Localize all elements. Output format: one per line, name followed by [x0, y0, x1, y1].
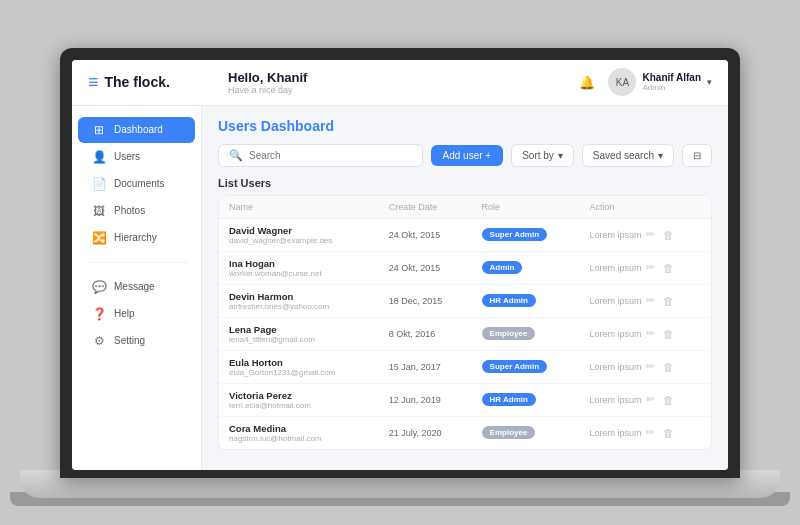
- filter-button[interactable]: ⊟: [682, 144, 712, 167]
- list-label: List Users: [218, 177, 712, 189]
- search-box[interactable]: 🔍: [218, 144, 423, 167]
- delete-icon-1[interactable]: 🗑: [663, 262, 674, 274]
- sort-by-button[interactable]: Sort by ▾: [511, 144, 574, 167]
- cell-name-0: David Wagner david_wagner@example.des: [219, 218, 379, 251]
- hierarchy-icon: 🔀: [92, 231, 106, 245]
- cell-name-6: Cora Medina hagstrm.luc@hotmail.com: [219, 416, 379, 449]
- documents-icon: 📄: [92, 177, 106, 191]
- sidebar-label-dashboard: Dashboard: [114, 124, 163, 135]
- users-table: Name Create Date Role Action David Wagne…: [218, 195, 712, 450]
- sort-chevron-icon: ▾: [558, 150, 563, 161]
- cell-action-0: Lorem ipsum ✏ 🗑: [580, 218, 711, 251]
- delete-icon-3[interactable]: 🗑: [663, 328, 674, 340]
- lorem-text-5: Lorem ipsum: [590, 395, 642, 405]
- role-badge-4: Super Admin: [482, 360, 547, 373]
- edit-icon-4[interactable]: ✏: [646, 360, 655, 373]
- user-date-0: 24 Okt, 2015: [389, 230, 441, 240]
- cell-role-4: Super Admin: [472, 350, 580, 383]
- lorem-text-2: Lorem ipsum: [590, 296, 642, 306]
- user-avatar-area[interactable]: KA Khanif Alfan Admin ▾: [608, 68, 712, 96]
- cell-action-3: Lorem ipsum ✏ 🗑: [580, 317, 711, 350]
- cell-name-1: Ina Hogan worker.woman@curse.net: [219, 251, 379, 284]
- sidebar-item-message[interactable]: 💬 Message: [78, 274, 195, 300]
- cell-name-2: Devin Harmon airfresher.ones@yahoo.com: [219, 284, 379, 317]
- user-name-4: Eula Horton: [229, 357, 369, 368]
- action-icons-1: ✏ 🗑: [646, 261, 674, 274]
- action-icons-5: ✏ 🗑: [646, 393, 674, 406]
- edit-icon-0[interactable]: ✏: [646, 228, 655, 241]
- add-user-button[interactable]: Add user +: [431, 145, 504, 166]
- sort-label: Sort by: [522, 150, 554, 161]
- action-icons-0: ✏ 🗑: [646, 228, 674, 241]
- col-action: Action: [580, 196, 711, 219]
- delete-icon-4[interactable]: 🗑: [663, 361, 674, 373]
- header-greeting: Hello, Khanif Have a nice day: [208, 70, 576, 95]
- cell-role-1: Admin: [472, 251, 580, 284]
- sidebar-item-setting[interactable]: ⚙ Setting: [78, 328, 195, 354]
- sidebar-item-dashboard[interactable]: ⊞ Dashboard: [78, 117, 195, 143]
- sidebar-item-photos[interactable]: 🖼 Photos: [78, 198, 195, 224]
- edit-icon-5[interactable]: ✏: [646, 393, 655, 406]
- user-date-5: 12 Jun, 2019: [389, 395, 441, 405]
- notification-icon[interactable]: 🔔: [576, 71, 598, 93]
- cell-role-0: Super Admin: [472, 218, 580, 251]
- col-date: Create Date: [379, 196, 472, 219]
- delete-icon-6[interactable]: 🗑: [663, 427, 674, 439]
- edit-icon-1[interactable]: ✏: [646, 261, 655, 274]
- table-row: Ina Hogan worker.woman@curse.net 24 Okt,…: [219, 251, 711, 284]
- cell-action-5: Lorem ipsum ✏ 🗑: [580, 383, 711, 416]
- user-name-0: David Wagner: [229, 225, 369, 236]
- user-date-6: 21 July, 2020: [389, 428, 442, 438]
- lorem-text-3: Lorem ipsum: [590, 329, 642, 339]
- main-area: ⊞ Dashboard 👤 Users 📄 Documents: [72, 106, 728, 470]
- user-email-2: airfresher.ones@yahoo.com: [229, 302, 369, 311]
- message-icon: 💬: [92, 280, 106, 294]
- app-header: ≡ The flock. Hello, Khanif Have a nice d…: [72, 60, 728, 106]
- user-email-4: eula_Gorton1231@gmail.com: [229, 368, 369, 377]
- greeting-sub: Have a nice day: [228, 85, 576, 95]
- avatar: KA: [608, 68, 636, 96]
- user-date-4: 15 Jan, 2017: [389, 362, 441, 372]
- table-row: Lena Page lena4_tiffen@gmail.com 8 Okt, …: [219, 317, 711, 350]
- table-row: Eula Horton eula_Gorton1231@gmail.com 15…: [219, 350, 711, 383]
- delete-icon-5[interactable]: 🗑: [663, 394, 674, 406]
- edit-icon-6[interactable]: ✏: [646, 426, 655, 439]
- user-email-6: hagstrm.luc@hotmail.com: [229, 434, 369, 443]
- user-email-3: lena4_tiffen@gmail.com: [229, 335, 369, 344]
- sidebar-item-documents[interactable]: 📄 Documents: [78, 171, 195, 197]
- table-row: David Wagner david_wagner@example.des 24…: [219, 218, 711, 251]
- sidebar-main-section: ⊞ Dashboard 👤 Users 📄 Documents: [72, 114, 201, 254]
- cell-name-4: Eula Horton eula_Gorton1231@gmail.com: [219, 350, 379, 383]
- cell-role-3: Employee: [472, 317, 580, 350]
- avatar-info: Khanif Alfan Admin: [642, 72, 701, 92]
- sidebar-item-hierarchy[interactable]: 🔀 Hierarchy: [78, 225, 195, 251]
- lorem-text-4: Lorem ipsum: [590, 362, 642, 372]
- toolbar: 🔍 Add user + Sort by ▾ Saved search ▾: [218, 144, 712, 167]
- sidebar-label-setting: Setting: [114, 335, 145, 346]
- users-icon: 👤: [92, 150, 106, 164]
- cell-action-4: Lorem ipsum ✏ 🗑: [580, 350, 711, 383]
- sidebar-label-message: Message: [114, 281, 155, 292]
- saved-search-label: Saved search: [593, 150, 654, 161]
- edit-icon-3[interactable]: ✏: [646, 327, 655, 340]
- edit-icon-2[interactable]: ✏: [646, 294, 655, 307]
- sidebar-item-help[interactable]: ❓ Help: [78, 301, 195, 327]
- delete-icon-2[interactable]: 🗑: [663, 295, 674, 307]
- saved-search-button[interactable]: Saved search ▾: [582, 144, 674, 167]
- search-input[interactable]: [249, 150, 412, 161]
- action-icons-2: ✏ 🗑: [646, 294, 674, 307]
- filter-icon: ⊟: [693, 150, 701, 161]
- photos-icon: 🖼: [92, 204, 106, 218]
- role-badge-3: Employee: [482, 327, 536, 340]
- cell-date-1: 24 Okt, 2015: [379, 251, 472, 284]
- sidebar-item-users[interactable]: 👤 Users: [78, 144, 195, 170]
- action-icons-6: ✏ 🗑: [646, 426, 674, 439]
- role-badge-5: HR Admin: [482, 393, 536, 406]
- logo-text: The flock.: [105, 74, 170, 90]
- action-icons-3: ✏ 🗑: [646, 327, 674, 340]
- table-header-row: Name Create Date Role Action: [219, 196, 711, 219]
- delete-icon-0[interactable]: 🗑: [663, 229, 674, 241]
- sidebar: ⊞ Dashboard 👤 Users 📄 Documents: [72, 106, 202, 470]
- sidebar-label-help: Help: [114, 308, 135, 319]
- setting-icon: ⚙: [92, 334, 106, 348]
